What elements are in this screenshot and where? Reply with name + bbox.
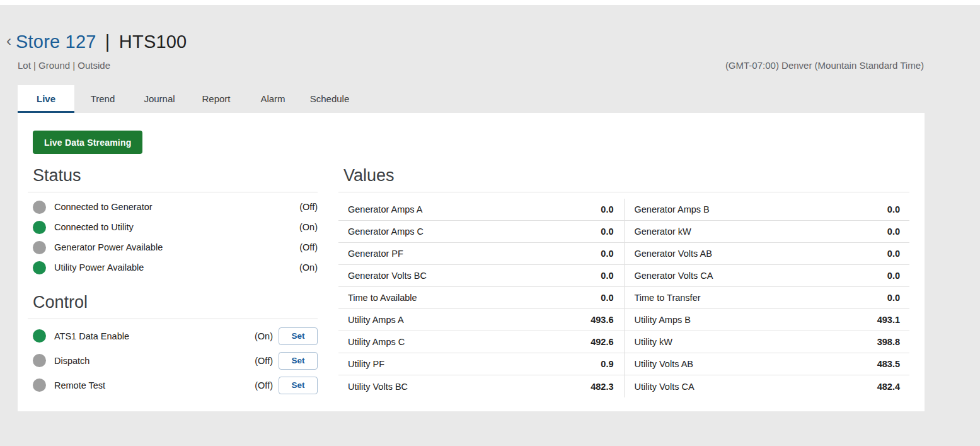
value-label: Generator Amps B (635, 204, 710, 214)
value-label: Generator Volts CA (635, 271, 713, 281)
value-number: 0.0 (601, 204, 613, 214)
top-strip (0, 0, 980, 5)
value-label: Utility Amps C (348, 337, 405, 347)
value-number: 0.0 (887, 293, 900, 303)
control-indicator-icon (33, 354, 46, 367)
status-state: (On) (299, 222, 318, 232)
tab-schedule[interactable]: Schedule (301, 85, 358, 113)
value-number: 0.0 (887, 271, 900, 281)
value-label: Utility Volts CA (635, 382, 695, 392)
value-number: 483.5 (877, 359, 900, 369)
value-label: Generator kW (635, 226, 691, 237)
values-title: Values (338, 165, 909, 185)
value-number: 398.8 (877, 337, 900, 347)
back-icon[interactable]: ‹ (6, 33, 11, 51)
control-row: Remote Test (Off) Set (28, 373, 318, 397)
value-number: 0.0 (601, 271, 613, 281)
live-data-streaming-button[interactable]: Live Data Streaming (33, 131, 142, 154)
value-row: Generator Volts AB0.0 (625, 243, 910, 265)
value-label: Generator Amps A (348, 204, 422, 214)
value-number: 0.0 (887, 249, 900, 259)
value-number: 0.0 (887, 204, 900, 214)
value-label: Utility Amps B (635, 315, 691, 325)
value-label: Utility Volts BC (348, 382, 408, 392)
value-row: Generator Volts BC0.0 (338, 265, 624, 287)
status-row: Connected to Generator (Off) (28, 197, 318, 217)
values-section: Values Generator Amps A0.0 Generator Amp… (338, 165, 909, 397)
value-number: 0.9 (601, 359, 613, 369)
set-button[interactable]: Set (279, 377, 318, 394)
subtitle-row: Lot | Ground | Outside (GMT-07:00) Denve… (0, 60, 980, 71)
control-indicator-icon (33, 379, 46, 392)
status-indicator-icon (33, 221, 46, 234)
value-row: Utility PF0.9 (338, 353, 624, 375)
value-number: 0.0 (601, 249, 613, 259)
device-name: HTS100 (119, 32, 187, 52)
set-button[interactable]: Set (279, 327, 318, 345)
control-label: ATS1 Data Enable (54, 331, 129, 341)
value-row: Utility Amps A493.6 (338, 309, 624, 331)
value-number: 482.3 (591, 382, 613, 392)
control-section: Control ATS1 Data Enable (On) Set Dispat… (28, 292, 318, 397)
value-row: Generator Amps B0.0 (625, 199, 910, 221)
control-row: Dispatch (Off) Set (28, 348, 318, 373)
value-label: Utility PF (348, 359, 384, 369)
status-state: (Off) (299, 202, 318, 212)
tab-journal[interactable]: Journal (131, 85, 188, 113)
value-label: Generator Volts BC (348, 271, 427, 281)
status-indicator-icon (33, 261, 46, 274)
values-column-left: Generator Amps A0.0 Generator Amps C0.0 … (338, 199, 624, 397)
value-row: Generator PF0.0 (338, 243, 624, 265)
value-number: 493.6 (591, 315, 613, 325)
tab-report[interactable]: Report (188, 85, 245, 113)
value-row: Time to Transfer0.0 (625, 287, 910, 309)
value-number: 492.6 (591, 337, 613, 347)
value-label: Generator PF (348, 249, 403, 259)
status-state: (On) (299, 262, 318, 273)
value-row: Utility Volts AB483.5 (625, 353, 910, 375)
tab-live[interactable]: Live (18, 85, 74, 113)
page-title: Store 127 | HTS100 (16, 32, 187, 52)
value-number: 0.0 (601, 293, 613, 303)
value-row: Generator kW0.0 (625, 221, 910, 243)
store-link[interactable]: Store 127 (16, 32, 96, 52)
value-number: 493.1 (877, 315, 900, 325)
value-row: Utility Volts CA482.4 (625, 375, 910, 397)
value-row: Generator Amps A0.0 (338, 199, 624, 221)
value-row: Generator Amps C0.0 (338, 221, 624, 243)
value-row: Utility Amps B493.1 (625, 309, 910, 331)
status-title: Status (28, 165, 318, 185)
tab-alarm[interactable]: Alarm (245, 85, 301, 113)
value-label: Time to Transfer (635, 293, 701, 303)
value-number: 0.0 (887, 226, 900, 237)
value-label: Time to Available (348, 293, 417, 303)
status-section: Status Connected to Generator (Off) Conn… (28, 165, 318, 278)
control-state: (Off) (255, 380, 273, 390)
tab-bar: Live Trend Journal Report Alarm Schedule (18, 85, 980, 113)
values-column-right: Generator Amps B0.0 Generator kW0.0 Gene… (624, 199, 910, 397)
values-divider (338, 192, 909, 192)
value-row: Generator Volts CA0.0 (625, 265, 910, 287)
value-label: Generator Amps C (348, 226, 424, 237)
value-number: 482.4 (877, 382, 900, 392)
control-state: (Off) (255, 356, 273, 366)
status-indicator-icon (33, 241, 46, 254)
content-panel: Live Data Streaming Status Connected to … (18, 113, 925, 411)
set-button[interactable]: Set (279, 352, 318, 370)
status-label: Generator Power Available (54, 242, 163, 252)
value-number: 0.0 (601, 226, 613, 237)
control-divider (28, 319, 318, 319)
breadcrumb: Lot | Ground | Outside (18, 60, 110, 71)
value-label: Utility kW (635, 337, 672, 347)
header: ‹ Store 127 | HTS100 (6, 32, 980, 52)
status-label: Connected to Utility (54, 222, 134, 232)
tab-trend[interactable]: Trend (74, 85, 131, 113)
left-column: Status Connected to Generator (Off) Conn… (28, 165, 318, 397)
status-indicator-icon (33, 201, 46, 214)
status-row: Connected to Utility (On) (28, 217, 318, 237)
title-separator: | (105, 32, 110, 52)
control-indicator-icon (33, 329, 46, 343)
value-row: Time to Available0.0 (338, 287, 624, 309)
status-state: (Off) (299, 242, 318, 252)
value-label: Utility Volts AB (635, 359, 693, 369)
